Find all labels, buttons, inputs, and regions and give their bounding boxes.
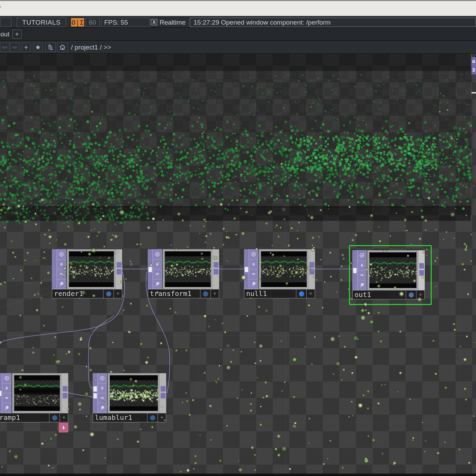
output-connector-strip[interactable] [62, 373, 68, 413]
nav-forward-button[interactable]: ⇨ [10, 43, 19, 52]
node-viewer[interactable] [108, 373, 160, 413]
input-connector-strip[interactable] [352, 250, 357, 290]
node-null1[interactable]: null1 ✦ [244, 249, 315, 298]
node-star-icon[interactable]: ✦ [158, 413, 166, 422]
node-name[interactable]: render1 [52, 289, 104, 298]
node-viewer[interactable] [67, 249, 116, 289]
title-note: * [0, 5, 1, 10]
output-connector-strip[interactable] [309, 249, 315, 289]
lock-flag-icon[interactable] [153, 279, 162, 289]
node-flags [98, 373, 107, 413]
node-star-icon[interactable]: ✦ [114, 289, 122, 298]
node-flag-dot[interactable] [147, 413, 158, 422]
lock-flag-icon[interactable] [249, 279, 258, 289]
node-name[interactable]: lumablur1 [93, 413, 147, 422]
viewer-flag-icon[interactable] [2, 374, 11, 384]
nav-add-button[interactable]: + [21, 43, 31, 52]
node-flag-dot[interactable] [406, 290, 416, 299]
tutorials-button[interactable]: TUTORIALS [17, 18, 66, 27]
output-connector-strip[interactable] [116, 249, 122, 289]
node-star-icon[interactable]: ✦ [211, 289, 219, 298]
magnifier-arrows-icon [47, 44, 54, 51]
rate-box[interactable]: 60 [85, 18, 100, 27]
side-panel-fragment[interactable]: o 3 [471, 57, 476, 74]
main-toolbar: TUTORIALS O|I 60 FPS: 55 X Realtime 15:2… [0, 16, 476, 28]
oi-badge[interactable]: O|I [71, 18, 84, 27]
lock-flag-icon[interactable] [358, 280, 366, 290]
node-flag-dot[interactable] [200, 289, 211, 298]
node-transform1[interactable]: transform1 ✦ [148, 249, 219, 298]
bypass-flag-icon[interactable] [57, 269, 66, 279]
node-name[interactable]: ramp1 [0, 413, 50, 422]
export-flag-button[interactable] [59, 423, 68, 432]
node-lumablur1[interactable]: lumablur1 ✦ [93, 373, 166, 422]
lock-flag-icon[interactable] [2, 403, 11, 413]
node-label-row: transform1 ✦ [148, 289, 219, 298]
nav-bookmark-button[interactable]: ★ [33, 43, 43, 52]
down-arrow-icon [61, 425, 66, 430]
lock-flag-icon[interactable] [57, 279, 66, 289]
viewer-flag-icon[interactable] [153, 250, 162, 260]
cook-flag-icon[interactable] [2, 384, 11, 394]
node-name[interactable]: transform1 [148, 289, 200, 298]
realtime-checkbox[interactable]: X [151, 19, 157, 25]
toolbar-left-truncated-button[interactable] [0, 18, 11, 27]
node-star-icon[interactable]: ✦ [307, 289, 315, 298]
input-connector-strip[interactable] [52, 249, 57, 289]
node-name[interactable]: out1 [353, 290, 406, 299]
node-flag-dot[interactable] [104, 289, 114, 298]
node-out1[interactable]: out1 ✦ [352, 250, 425, 299]
cook-flag-icon[interactable] [249, 260, 258, 270]
nav-home-button[interactable] [57, 43, 68, 52]
viewer-flag-icon[interactable] [98, 374, 107, 384]
node-label-row: render1 ✦ [52, 289, 122, 298]
window-bottom-strip [0, 474, 476, 476]
node-flag-dot[interactable] [296, 289, 307, 298]
add-pane-tab-button[interactable]: + [12, 30, 21, 39]
cook-flag-icon[interactable] [57, 260, 66, 270]
node-viewer[interactable] [259, 249, 309, 289]
node-flags [249, 249, 258, 289]
cook-flag-icon[interactable] [153, 260, 162, 270]
bypass-flag-icon[interactable] [249, 269, 258, 279]
bypass-flag-icon[interactable] [98, 393, 107, 403]
input-connector-strip[interactable] [93, 373, 98, 413]
bypass-flag-icon[interactable] [2, 393, 11, 403]
pane-tab-out[interactable]: out [0, 30, 9, 38]
network-zoom-button[interactable] [45, 43, 56, 52]
node-thumbnail [165, 251, 211, 287]
realtime-label: Realtime [160, 19, 186, 26]
node-viewer[interactable] [163, 249, 213, 289]
status-message: 15:27:29 Opened window component: /perfo… [190, 18, 476, 27]
node-thumbnail [369, 252, 416, 288]
node-star-icon[interactable]: ✦ [416, 290, 424, 299]
cook-flag-icon[interactable] [358, 261, 366, 271]
output-connector-strip[interactable] [160, 373, 166, 413]
input-connector-strip[interactable] [148, 249, 153, 289]
bypass-flag-icon[interactable] [153, 269, 162, 279]
viewer-flag-icon[interactable] [249, 250, 258, 260]
cook-flag-icon[interactable] [98, 384, 107, 394]
nav-back-button[interactable]: ⇦ [0, 43, 9, 52]
node-thumbnail [69, 251, 114, 287]
node-flag-dot[interactable] [50, 413, 60, 422]
node-star-icon[interactable]: ✦ [60, 413, 68, 422]
node-viewer[interactable] [367, 250, 419, 290]
pane-tab-bar: out + [0, 28, 476, 41]
bypass-flag-icon[interactable] [358, 270, 366, 280]
node-viewer[interactable] [12, 373, 62, 413]
network-path-breadcrumb[interactable]: / project1 / >> [71, 44, 111, 51]
network-nav-bar: ⇦ ⇨ + ★ / project1 / >> [0, 41, 476, 54]
lock-flag-icon[interactable] [98, 403, 107, 413]
output-connector-strip[interactable] [213, 249, 219, 289]
viewer-flag-icon[interactable] [358, 251, 366, 261]
node-label-row: null1 ✦ [244, 289, 315, 298]
node-flags [57, 249, 66, 289]
input-connector-strip[interactable] [244, 249, 249, 289]
output-connector-strip[interactable] [419, 250, 425, 290]
node-name[interactable]: null1 [244, 289, 296, 298]
node-render1[interactable]: render1 ✦ [52, 249, 122, 298]
node-ramp1[interactable]: ramp1 ✦ [0, 373, 68, 422]
network-editor[interactable]: render1 ✦ transform1 ✦ [0, 54, 476, 474]
viewer-flag-icon[interactable] [57, 250, 66, 260]
